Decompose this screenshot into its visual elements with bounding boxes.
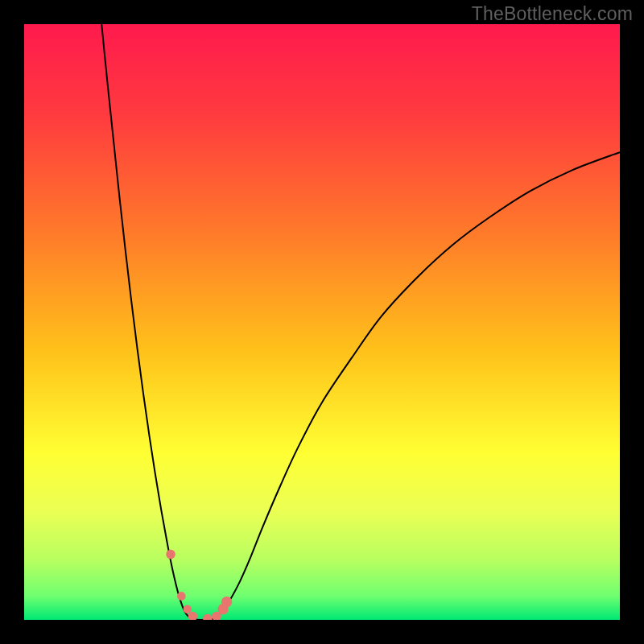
plot-background xyxy=(24,24,620,620)
watermark-text: TheBottleneck.com xyxy=(472,3,633,25)
data-marker xyxy=(221,597,232,607)
chart-frame: TheBottleneck.com xyxy=(0,0,644,644)
data-marker xyxy=(183,605,192,613)
plot-area xyxy=(24,24,620,620)
data-marker xyxy=(177,592,186,601)
plot-svg xyxy=(24,24,620,620)
data-marker xyxy=(166,550,175,559)
